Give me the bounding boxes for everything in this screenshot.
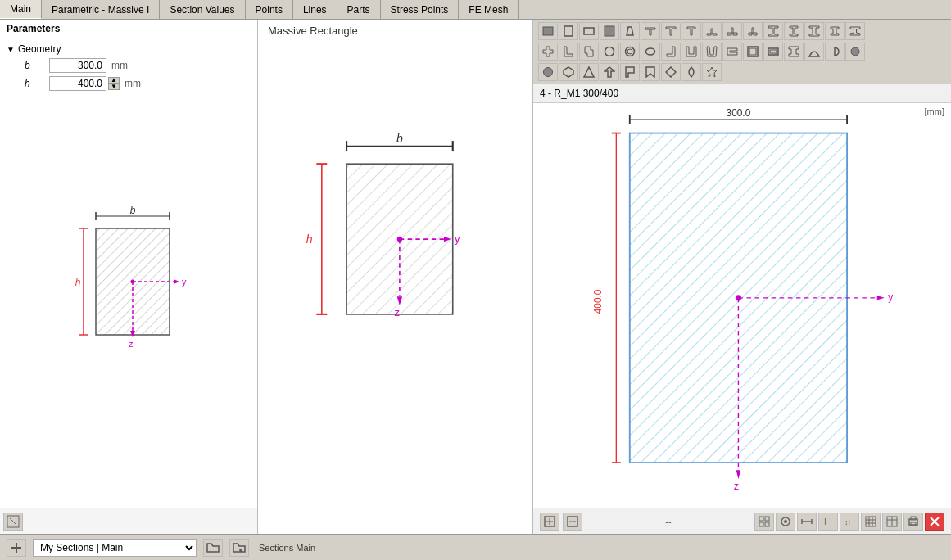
snap-btn[interactable]	[776, 513, 795, 531]
shape-star-btn[interactable]	[702, 63, 722, 81]
shape-tri-btn[interactable]	[579, 63, 599, 81]
svg-marker-54	[585, 47, 593, 56]
shape-z-btn[interactable]	[579, 43, 599, 61]
shape-half-btn[interactable]	[825, 43, 845, 61]
label2-btn[interactable]: ↕I	[840, 513, 859, 531]
shape-diamond-btn[interactable]	[661, 63, 681, 81]
svg-marker-72	[584, 67, 594, 77]
grid-btn[interactable]	[754, 513, 774, 531]
svg-marker-67	[789, 47, 799, 56]
svg-marker-90	[877, 296, 885, 300]
shape-u2-btn[interactable]	[702, 43, 722, 61]
shape-custom-btn[interactable]	[845, 43, 865, 61]
tab-parametric[interactable]: Parametric - Massive I	[42, 0, 160, 19]
shape-wide-btn[interactable]	[845, 22, 865, 40]
toolbar-row-3	[537, 62, 723, 82]
shape-circle-btn[interactable]	[600, 43, 619, 61]
svg-marker-47	[768, 26, 778, 36]
shape-wbox-btn[interactable]	[784, 43, 804, 61]
folder-open-btn[interactable]	[203, 539, 223, 557]
zoom-fit-btn[interactable]	[540, 513, 559, 531]
zoom-out-btn[interactable]	[563, 513, 582, 531]
tab-lines[interactable]: Lines	[293, 0, 337, 19]
svg-text:400.0: 400.0	[592, 289, 604, 314]
table-btn[interactable]	[861, 513, 881, 531]
shape-i3-btn[interactable]	[804, 22, 824, 40]
shape-arrow-btn[interactable]	[600, 63, 619, 81]
shape-poly-btn[interactable]	[559, 63, 578, 81]
folder-open-icon	[206, 541, 220, 554]
shape-c-btn[interactable]	[722, 43, 742, 61]
shape-ttop3-btn[interactable]	[743, 22, 763, 40]
tab-parts[interactable]: Parts	[337, 0, 381, 19]
svg-text:y: y	[888, 292, 893, 304]
folder-new-btn[interactable]	[229, 539, 249, 557]
dim-btn[interactable]	[797, 513, 817, 531]
sections-dropdown[interactable]: My Sections | Main	[33, 539, 197, 557]
svg-marker-44	[707, 29, 717, 35]
left-tool-btn[interactable]	[3, 513, 23, 531]
shape-i4-btn[interactable]	[825, 22, 845, 40]
left-panel: Parameters ▼ Geometry b mm h ▲ ▼ mm	[0, 20, 258, 534]
shape-i2-btn[interactable]	[784, 22, 804, 40]
svg-marker-46	[749, 28, 757, 35]
shape-cross-btn[interactable]	[538, 43, 558, 61]
shape-trap-btn[interactable]	[620, 22, 640, 40]
shape-t3-btn[interactable]	[682, 22, 701, 40]
shape-leaf-btn[interactable]	[682, 63, 701, 81]
svg-marker-50	[831, 27, 839, 35]
svg-rect-101	[765, 517, 769, 521]
shape-box-btn[interactable]	[743, 43, 763, 61]
add-icon	[10, 541, 23, 554]
svg-marker-48	[790, 26, 798, 36]
svg-rect-64	[749, 48, 756, 55]
param-b-label: b	[25, 60, 49, 71]
svg-point-56	[626, 47, 635, 56]
expand-icon[interactable]: ▼	[7, 45, 15, 54]
add-section-btn[interactable]	[7, 539, 26, 557]
shape-box2-btn[interactable]	[763, 43, 783, 61]
param-h-input[interactable]	[49, 76, 106, 91]
unit-label: [mm]	[925, 106, 944, 116]
tab-stress-points[interactable]: Stress Points	[381, 0, 460, 19]
param-b-unit: mm	[111, 60, 128, 71]
spinner-down[interactable]: ▼	[108, 84, 120, 90]
tab-section-values[interactable]: Section Values	[160, 0, 245, 19]
shape-t2-btn[interactable]	[661, 22, 681, 40]
canvas-area[interactable]: b h y z	[258, 42, 532, 534]
svg-point-105	[784, 520, 787, 523]
shape-rect2-btn[interactable]	[559, 22, 578, 40]
label-btn[interactable]: I	[818, 513, 838, 531]
tab-main[interactable]: Main	[0, 0, 42, 19]
tab-fe-mesh[interactable]: FE Mesh	[459, 0, 519, 19]
print-btn[interactable]	[903, 513, 923, 531]
shape-l-btn[interactable]	[559, 43, 578, 61]
param-h-spinner[interactable]: ▲ ▼	[108, 77, 120, 90]
svg-marker-76	[666, 67, 676, 77]
param-b-input[interactable]	[49, 58, 106, 73]
shape-rectangle-btn[interactable]	[538, 22, 558, 40]
shape-i1-btn[interactable]	[763, 22, 783, 40]
shape-flag-btn[interactable]	[620, 63, 640, 81]
shape-ttop-btn[interactable]	[702, 22, 722, 40]
shape-arc-btn[interactable]	[804, 43, 824, 61]
shape-fill-btn[interactable]	[538, 63, 558, 81]
shape-u-btn[interactable]	[682, 43, 701, 61]
status-bar: My Sections | Main Sections Main	[0, 534, 951, 560]
shape-rect3-btn[interactable]	[579, 22, 599, 40]
shape-ttop2-btn[interactable]	[722, 22, 742, 40]
shape-solid-btn[interactable]	[600, 22, 619, 40]
svg-point-57	[627, 49, 632, 54]
svg-text:y: y	[455, 233, 460, 245]
right-canvas-area[interactable]: 300.0 400.0 y z [mm]	[533, 103, 951, 508]
center-panel: Massive Rectangle b h	[258, 20, 533, 534]
shape-notch-btn[interactable]	[641, 63, 660, 81]
shape-ellipse-btn[interactable]	[641, 43, 660, 61]
shape-l2-btn[interactable]	[661, 43, 681, 61]
shape-t-btn[interactable]	[641, 22, 660, 40]
table2-btn[interactable]	[882, 513, 902, 531]
tab-points[interactable]: Points	[246, 0, 293, 19]
svg-marker-40	[627, 27, 633, 35]
shape-ring-btn[interactable]	[620, 43, 640, 61]
settings-btn[interactable]	[925, 513, 944, 531]
